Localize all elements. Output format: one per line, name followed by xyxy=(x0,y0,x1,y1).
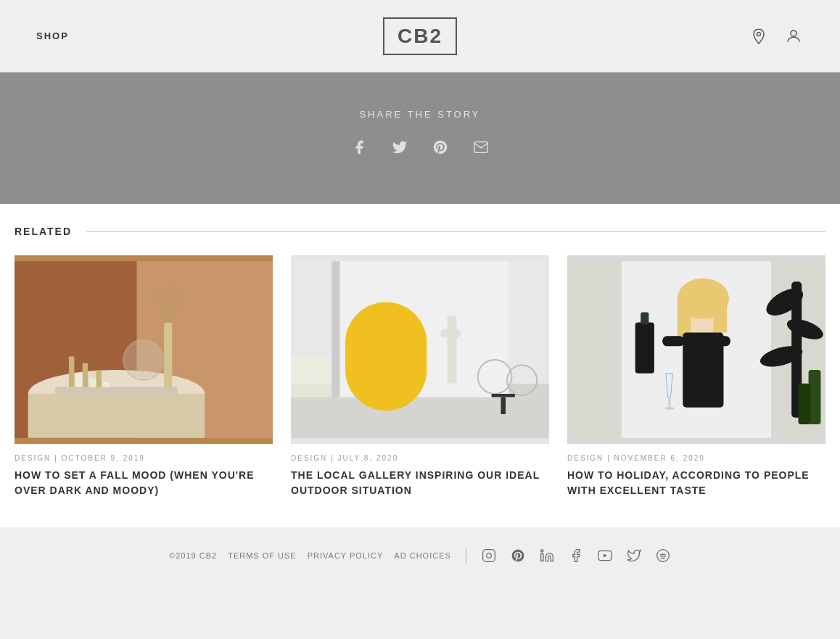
site-logo[interactable]: CB2 xyxy=(383,17,457,55)
site-header: SHOP CB2 xyxy=(0,0,840,73)
footer-legal: ©2019 CB2 TERMS OF USE PRIVACY POLICY AD… xyxy=(169,551,451,560)
svg-rect-15 xyxy=(55,387,178,397)
svg-point-10 xyxy=(123,339,164,380)
svg-rect-38 xyxy=(662,336,684,346)
card-2-title: THE LOCAL GALLERY INSPIRING OUR IDEAL OU… xyxy=(291,468,549,498)
svg-marker-55 xyxy=(604,553,607,557)
card-1-title: HOW TO SET A FALL MOOD (WHEN YOU'RE OVER… xyxy=(15,468,273,498)
svg-rect-44 xyxy=(641,312,648,324)
header-right xyxy=(749,26,804,46)
svg-rect-51 xyxy=(483,550,495,562)
svg-rect-16 xyxy=(75,374,82,387)
svg-rect-28 xyxy=(491,394,515,397)
svg-point-1 xyxy=(791,30,796,36)
svg-rect-39 xyxy=(707,336,730,346)
related-card-3[interactable]: DESIGN | NOVEMBER 6, 2020 HOW TO HOLIDAY… xyxy=(567,255,825,498)
svg-rect-17 xyxy=(89,378,96,387)
site-footer: ©2019 CB2 TERMS OF USE PRIVACY POLICY AD… xyxy=(0,527,840,584)
pinterest-link[interactable] xyxy=(510,548,526,564)
share-title: SHARE THE STORY xyxy=(0,109,840,120)
related-header: RELATED xyxy=(15,226,825,237)
youtube-link[interactable] xyxy=(597,548,613,564)
svg-rect-22 xyxy=(345,302,427,411)
instagram-link[interactable] xyxy=(481,548,497,564)
twitter-link[interactable] xyxy=(626,548,642,564)
svg-point-0 xyxy=(757,32,761,36)
svg-rect-36 xyxy=(713,299,727,333)
card-3-title: HOW TO HOLIDAY, ACCORDING TO PEOPLE WITH… xyxy=(567,468,825,498)
card-1-image xyxy=(15,255,273,444)
svg-rect-50 xyxy=(799,384,811,424)
card-3-meta: DESIGN | NOVEMBER 6, 2020 xyxy=(567,454,825,462)
account-icon[interactable] xyxy=(783,26,804,46)
copyright: ©2019 CB2 xyxy=(169,551,217,560)
footer-social xyxy=(481,548,671,564)
spotify-link[interactable] xyxy=(655,548,671,564)
ad-choices-link[interactable]: AD CHOICES xyxy=(394,551,450,560)
svg-rect-26 xyxy=(447,316,456,384)
svg-rect-30 xyxy=(291,356,332,397)
facebook-link[interactable] xyxy=(568,548,584,564)
svg-rect-41 xyxy=(669,397,671,408)
share-icons xyxy=(0,134,840,160)
svg-point-56 xyxy=(657,550,670,562)
location-icon[interactable] xyxy=(749,26,769,46)
related-card-1[interactable]: DESIGN | OCTOBER 9, 2019 HOW TO SET A FA… xyxy=(15,255,273,498)
card-1-meta: DESIGN | OCTOBER 9, 2019 xyxy=(15,454,273,462)
svg-rect-42 xyxy=(665,408,674,410)
svg-rect-29 xyxy=(501,397,506,414)
email-share-button[interactable] xyxy=(468,134,494,160)
pinterest-share-button[interactable] xyxy=(427,134,453,160)
footer-divider xyxy=(466,548,466,563)
twitter-share-button[interactable] xyxy=(387,134,413,160)
facebook-share-button[interactable] xyxy=(346,134,372,160)
card-2-image xyxy=(291,255,549,444)
share-section: SHARE THE STORY xyxy=(0,73,840,204)
cards-grid: DESIGN | OCTOBER 9, 2019 HOW TO SET A FA… xyxy=(15,255,825,498)
related-title: RELATED xyxy=(15,226,72,237)
header-left: SHOP xyxy=(36,30,69,41)
related-section: RELATED xyxy=(0,204,840,527)
svg-rect-11 xyxy=(164,323,172,391)
svg-rect-18 xyxy=(103,382,110,387)
svg-rect-27 xyxy=(440,329,461,337)
card-2-meta: DESIGN | JULY 8, 2020 xyxy=(291,454,549,462)
terms-link[interactable]: TERMS OF USE xyxy=(228,551,297,560)
svg-point-54 xyxy=(541,550,543,552)
card-3-image xyxy=(567,255,825,444)
svg-rect-43 xyxy=(635,323,654,374)
svg-rect-6 xyxy=(28,394,205,438)
shop-link[interactable]: SHOP xyxy=(36,30,69,41)
linkedin-link[interactable] xyxy=(539,548,555,564)
svg-rect-23 xyxy=(332,261,339,397)
related-divider xyxy=(86,231,825,232)
related-card-2[interactable]: DESIGN | JULY 8, 2020 THE LOCAL GALLERY … xyxy=(291,255,549,498)
svg-rect-53 xyxy=(541,554,543,561)
privacy-link[interactable]: PRIVACY POLICY xyxy=(308,551,384,560)
